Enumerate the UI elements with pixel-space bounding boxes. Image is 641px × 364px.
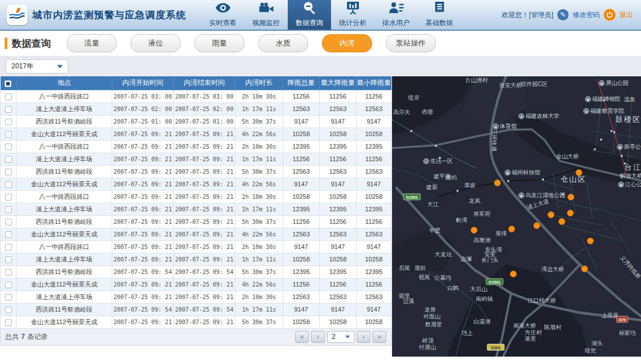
map-label: 大后山 (470, 286, 487, 292)
table-row[interactable]: 西洪路11号祭酒岭段2007-07-25 09: 212007-07-25 09… (1, 215, 391, 228)
filter-tab-3[interactable]: 水质 (258, 34, 308, 52)
filter-tab-0[interactable]: 流量 (67, 34, 117, 52)
poi-icon[interactable]: ♣江心公园 (618, 181, 641, 187)
cell: 八一中路西段路口 (17, 90, 112, 103)
waterlogging-dot[interactable] (495, 180, 501, 186)
cell: 11256 (283, 153, 320, 165)
table-row[interactable]: 金山大道112号丽景天成2007-07-25 09: 212007-07-25 … (1, 128, 391, 140)
waterlogging-dot[interactable] (509, 226, 515, 232)
waterlogging-dot[interactable] (534, 223, 540, 229)
table-row[interactable]: 西洪路11号祭酒岭段2007-07-25 09: 542007-07-25 09… (1, 303, 391, 316)
row-checkbox[interactable] (5, 131, 12, 138)
map-label: 过溪 (403, 298, 414, 304)
svg-text:G70: G70 (618, 318, 626, 322)
row-checkbox[interactable] (5, 319, 12, 326)
row-checkbox[interactable] (5, 144, 12, 150)
waterlogging-dot[interactable] (582, 266, 588, 272)
row-checkbox[interactable] (5, 306, 12, 313)
waterlogging-dot[interactable] (511, 271, 517, 277)
table-row[interactable]: 西洪路11号祭酒岭段2007-07-25 01: 002007-07-25 01… (1, 115, 391, 128)
nav-item-video[interactable]: 视频监控 (244, 0, 288, 30)
power-icon[interactable] (603, 9, 616, 21)
row-checkbox[interactable] (5, 269, 12, 276)
row-checkbox[interactable] (5, 181, 12, 188)
table-row[interactable]: 金山大道112号丽景天成2007-07-25 09: 212007-07-25 … (1, 228, 391, 240)
waterlogging-dot[interactable] (567, 210, 574, 216)
nav-item-query[interactable]: 数据查询 (288, 0, 331, 30)
first-page-button[interactable]: « (295, 331, 309, 343)
table-row[interactable]: 浦上大道浦上停车场2007-07-25 09: 212007-07-25 09:… (1, 153, 391, 165)
waterlogging-dot[interactable] (471, 227, 477, 234)
row-checkbox[interactable] (5, 294, 12, 301)
logout-link[interactable]: 退出 (619, 10, 633, 20)
table-row[interactable]: 西洪路11号祭酒岭段2007-07-25 09: 542007-07-25 09… (1, 265, 391, 278)
user-list-icon (389, 2, 404, 16)
poi-icon[interactable]: ♣乌龙江湿地公园 (518, 192, 565, 198)
poi-icon[interactable]: ♣茶亭公 (617, 144, 641, 150)
nav-item-realtime[interactable]: 实时查看 (201, 0, 244, 30)
table-row[interactable]: 八一中路西段路口2007-07-25 09: 212007-07-25 09: … (1, 190, 391, 203)
table-row[interactable]: 西洪路11号祭酒岭段2007-07-25 09: 212007-07-25 09… (1, 165, 391, 178)
row-checkbox[interactable] (5, 281, 12, 288)
cell: 2h 10m 30s (235, 190, 283, 203)
row-checkbox[interactable] (5, 118, 12, 125)
page-select[interactable]: 2 (327, 331, 354, 343)
row-checkbox[interactable] (5, 156, 12, 163)
cell: 八一中路西段路口 (17, 190, 112, 203)
filter-tab-1[interactable]: 液位 (130, 34, 181, 52)
filter-tab-5[interactable]: 泵站操作 (386, 34, 436, 52)
year-select[interactable]: 2017年 (6, 59, 68, 73)
row-checkbox[interactable] (5, 231, 12, 238)
table-row[interactable]: 浦上大道浦上停车场2007-07-25 09: 212007-07-25 09:… (1, 203, 391, 215)
waterlogging-dot[interactable] (568, 194, 574, 201)
table-row[interactable]: 八一中路西段路口2007-07-25 03: 002007-07-25 03: … (1, 90, 391, 103)
poi-icon[interactable]: ♣屏山公园 (599, 80, 628, 86)
change-password-link[interactable]: 修改密码 (573, 10, 600, 20)
poi-icon[interactable]: ▲体育馆 (493, 123, 517, 129)
last-page-button[interactable]: » (373, 331, 386, 343)
nav-item-basedata[interactable]: 基础数据 (418, 0, 461, 30)
column-header: 内涝时长 (235, 76, 283, 90)
row-checkbox[interactable] (5, 169, 12, 175)
nav-item-users[interactable]: 排水用户 (374, 0, 418, 30)
nav-item-stats[interactable]: 统计分析 (331, 0, 374, 30)
poi-icon[interactable]: –生活一区 (423, 158, 453, 164)
road-badge: G70 (616, 316, 628, 322)
waterlogging-dot[interactable] (548, 212, 554, 218)
prev-page-button[interactable]: ‹ (311, 331, 325, 343)
cell: 金山大道112号丽景天成 (17, 278, 112, 291)
row-checkbox[interactable] (5, 256, 12, 263)
row-checkbox[interactable] (5, 244, 12, 251)
svg-text:♣: ♣ (619, 146, 621, 149)
table-row[interactable]: 浦上大道浦上停车场2007-07-25 09: 212007-07-25 09:… (1, 253, 391, 265)
next-page-button[interactable]: › (357, 331, 370, 343)
table-row[interactable]: 八一中路西段路口2007-07-25 09: 212007-07-25 09: … (1, 240, 391, 253)
row-checkbox[interactable] (5, 219, 12, 226)
cell: 2007-07-25 09: 21 (174, 178, 235, 190)
row-checkbox[interactable] (5, 93, 12, 100)
table-row[interactable]: 金山大道112号丽景天成2007-07-25 09: 212007-07-25 … (1, 178, 391, 190)
app-logo-icon (7, 5, 27, 25)
table-row[interactable]: 金山大道112号丽景天成2007-07-25 09: 212007-07-25 … (1, 278, 391, 291)
row-checkbox[interactable] (5, 106, 12, 113)
map-view[interactable]: 古山洲村淮安大桥软件园C区温泉堤岸高尔夫赤塘金山大桥解放大桥建平路董屿建新厚庭大… (392, 76, 641, 357)
cell: 12563 (283, 103, 320, 115)
table-row[interactable]: 浦上大道浦上停车场2007-07-25 02: 002007-07-25 02:… (1, 103, 391, 115)
filter-tab-2[interactable]: 雨量 (194, 34, 244, 52)
cell: 2007-07-25 09: 21 (174, 140, 235, 153)
select-all-checkbox[interactable] (5, 80, 11, 87)
waterlogging-dot[interactable] (559, 219, 565, 225)
edit-password-icon[interactable]: ✎ (557, 9, 569, 21)
table-row[interactable]: 浦上大道浦上停车场2007-07-25 09: 212007-07-25 09:… (1, 291, 391, 303)
row-checkbox[interactable] (5, 194, 12, 201)
cell: 2007-07-25 09: 21 (112, 228, 174, 240)
waterlogging-dot[interactable] (576, 170, 582, 176)
nav-item-label: 基础数据 (426, 18, 453, 28)
filter-tab-4[interactable]: 内涝 (322, 34, 372, 52)
table-row[interactable]: 金山大道112号丽景天成2007-07-25 09: 212007-07-25 … (1, 316, 391, 328)
table-row[interactable]: 八一中路西段路口2007-07-25 09: 212007-07-25 09: … (1, 140, 391, 153)
waterlogging-dot[interactable] (587, 238, 594, 244)
cell: 2007-07-25 09: 21 (174, 190, 235, 203)
row-checkbox[interactable] (5, 206, 12, 213)
cell: 5h 30m 37s (235, 165, 283, 178)
